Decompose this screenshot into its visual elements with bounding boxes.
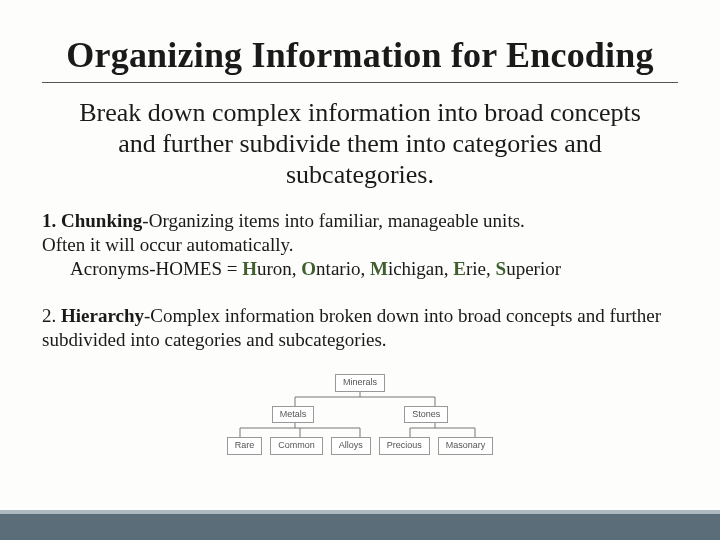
diagram-leaf: Masonary (438, 437, 494, 455)
lake-e: E (453, 258, 466, 279)
acronym-label: Acronyms-HOMES = (70, 258, 242, 279)
item-hierarchy: 2. Hierarchy-Complex information broken … (42, 304, 678, 353)
acronym-line: Acronyms-HOMES = Huron, Ontario, Michiga… (70, 258, 561, 279)
diagram-root: Minerals (335, 374, 385, 392)
lake-michigan: ichigan, (388, 258, 453, 279)
diagram-leaf: Alloys (331, 437, 371, 455)
slide-subtitle: Break down complex information into broa… (66, 97, 654, 191)
diagram-leaf: Common (270, 437, 323, 455)
lake-erie: rie, (466, 258, 496, 279)
item-line2: Often it will occur automatically. (42, 234, 294, 255)
diagram-connector (210, 392, 510, 406)
slide-body: 1. Chunking-Organizing items into famili… (42, 209, 678, 455)
lake-huron: uron, (257, 258, 301, 279)
decorative-footer-band (0, 510, 720, 540)
item-number: 1. (42, 210, 56, 231)
lake-h: H (242, 258, 257, 279)
item-term: Chunking (61, 210, 142, 231)
lake-s: S (496, 258, 507, 279)
lake-o: O (301, 258, 316, 279)
diagram-mid: Stones (404, 406, 448, 424)
slide: Organizing Information for Encoding Brea… (0, 0, 720, 540)
diagram-mid: Metals (272, 406, 315, 424)
lake-m: M (370, 258, 388, 279)
item-number: 2. (42, 305, 56, 326)
slide-title: Organizing Information for Encoding (42, 34, 678, 83)
lake-superior: uperior (506, 258, 561, 279)
diagram-leaf: Precious (379, 437, 430, 455)
item-chunking: 1. Chunking-Organizing items into famili… (42, 209, 678, 282)
item-term: Hierarchy (61, 305, 144, 326)
lake-ontario: ntario, (316, 258, 370, 279)
diagram-connector (210, 423, 510, 437)
diagram-leaf: Rare (227, 437, 263, 455)
item-def: -Organizing items into familiar, managea… (142, 210, 524, 231)
hierarchy-diagram: Minerals Metals Stones (210, 374, 510, 455)
